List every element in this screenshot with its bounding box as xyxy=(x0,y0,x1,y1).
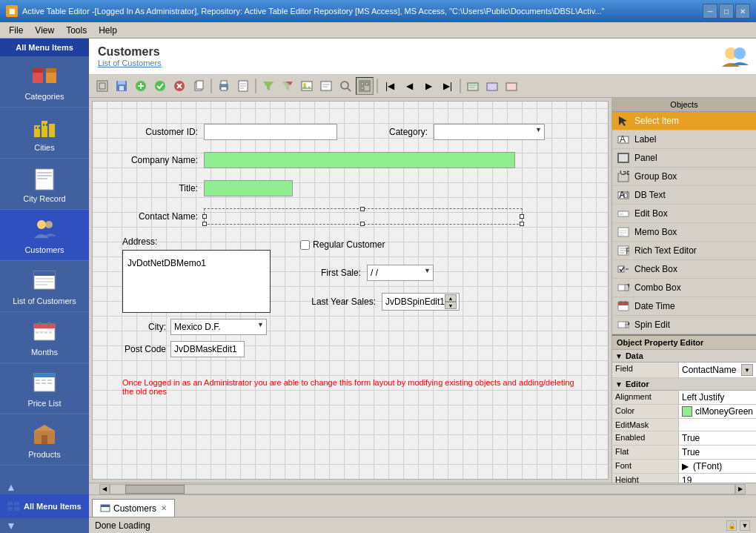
city-select[interactable]: Mexico D.F. xyxy=(170,319,267,335)
objects-item-rich-text-editor[interactable]: R Rich Text Editor xyxy=(612,242,756,260)
close-button[interactable]: ✕ xyxy=(735,4,750,19)
address-right: Regular Customer First Sale: / / xyxy=(300,236,460,363)
prop-value-flat[interactable]: True xyxy=(679,446,756,459)
sidebar-item-city-record[interactable]: City Record xyxy=(0,159,89,210)
toolbar-design-mode[interactable] xyxy=(356,77,374,95)
toolbar-export1[interactable] xyxy=(464,77,482,95)
sidebar-up-arrow[interactable]: ▲ xyxy=(0,480,89,494)
objects-item-panel[interactable]: Panel xyxy=(612,149,756,168)
svg-rect-63 xyxy=(221,87,227,90)
toolbar-print[interactable] xyxy=(215,77,233,95)
svg-rect-37 xyxy=(47,383,52,384)
objects-item-combo-box[interactable]: ▼ Combo Box xyxy=(612,279,756,297)
objects-item-group-box[interactable]: GB Group Box xyxy=(612,168,756,186)
prop-value-font[interactable]: ▶ (TFont) xyxy=(679,460,756,473)
toolbar-copy[interactable] xyxy=(190,77,208,95)
sidebar-item-months[interactable]: Months xyxy=(0,312,89,363)
tab-customers[interactable]: Customers ✕ xyxy=(92,499,175,517)
spin-down[interactable]: ▼ xyxy=(445,302,457,309)
svg-rect-114 xyxy=(618,302,629,305)
toolbar-sep-4 xyxy=(460,79,461,93)
all-menu-items-bottom[interactable]: All Menu Items xyxy=(0,494,89,518)
scroll-thumb[interactable] xyxy=(125,485,185,494)
toolbar-delete[interactable] xyxy=(170,77,188,95)
company-name-input[interactable] xyxy=(204,152,515,168)
spin-up[interactable]: ▲ xyxy=(445,294,457,302)
menu-tools[interactable]: Tools xyxy=(60,24,93,37)
toolbar-preview[interactable] xyxy=(234,77,252,95)
toolbar-save[interactable] xyxy=(113,77,130,95)
toolbar-filter2[interactable] xyxy=(279,77,296,95)
objects-item-memo-box[interactable]: Memo Box xyxy=(612,223,756,242)
title-input[interactable] xyxy=(204,180,293,196)
prop-value-alignment[interactable]: Left Justify xyxy=(679,391,756,404)
toolbar-last[interactable]: ▶| xyxy=(439,77,457,95)
objects-item-select-item[interactable]: Select Item xyxy=(612,112,756,130)
prop-value-editmask[interactable] xyxy=(679,419,756,431)
tab-bar: Customers ✕ xyxy=(89,494,756,517)
svg-rect-85 xyxy=(487,83,497,90)
last-year-sales-row: Last Year Sales: JvDBSpinEdit1 ▲ ▼ xyxy=(300,293,460,311)
objects-item-date-time[interactable]: Date Time xyxy=(612,297,756,316)
objects-item-db-text[interactable]: Adb DB Text xyxy=(612,186,756,205)
maximize-button[interactable]: □ xyxy=(719,4,734,19)
sidebar-item-cities[interactable]: Cities xyxy=(0,107,89,159)
toolbar-new-window[interactable] xyxy=(93,77,111,95)
menu-file[interactable]: File xyxy=(3,24,29,37)
prop-value-field[interactable]: ContactName ▼ xyxy=(679,362,756,377)
page-subtitle[interactable]: List of Customers xyxy=(98,59,162,67)
status-bar: Done Loading 🔒 ▼ xyxy=(89,517,756,533)
scroll-right-btn[interactable]: ▶ xyxy=(735,484,746,494)
customer-id-input[interactable] xyxy=(204,124,337,140)
contact-name-field[interactable] xyxy=(204,208,523,225)
category-select[interactable] xyxy=(434,124,545,140)
first-sale-select[interactable]: / / xyxy=(367,265,434,281)
toolbar-edit-mode[interactable] xyxy=(317,77,335,95)
toolbar-check[interactable] xyxy=(151,77,169,95)
toolbar-add[interactable] xyxy=(132,77,150,95)
toolbar-filter1[interactable] xyxy=(259,77,277,95)
sidebar-item-list-of-customers[interactable]: List of Customers xyxy=(0,261,89,312)
svg-point-55 xyxy=(155,81,165,91)
font-expand-icon: ▶ xyxy=(682,461,689,471)
last-year-sales-field[interactable]: JvDBSpinEdit1 ▲ ▼ xyxy=(382,293,460,311)
sidebar-item-customers[interactable]: Customers xyxy=(0,210,89,261)
months-icon xyxy=(31,318,58,345)
toolbar-next[interactable]: ▶ xyxy=(420,77,437,95)
scroll-left-btn[interactable]: ◀ xyxy=(99,484,110,494)
prop-section-editor-header[interactable]: ▼ Editor xyxy=(612,378,756,391)
svg-rect-2 xyxy=(33,68,43,73)
toolbar-export3[interactable] xyxy=(503,77,520,95)
horizontal-scrollbar[interactable]: ◀ ▶ xyxy=(89,483,756,494)
objects-item-label[interactable]: A Label xyxy=(612,130,756,149)
status-lock-btn[interactable]: 🔒 xyxy=(726,520,737,531)
sidebar-down-arrow[interactable]: ▼ xyxy=(0,518,89,533)
sidebar-item-price-list[interactable]: Price List xyxy=(0,363,89,414)
objects-item-check-box[interactable]: Check Box xyxy=(612,260,756,279)
prop-value-color[interactable]: clMoneyGreen xyxy=(679,405,756,418)
toolbar-first[interactable]: |◀ xyxy=(381,77,399,95)
objects-item-spin-edit[interactable]: ▲▼ Spin Edit xyxy=(612,316,756,334)
address-textarea[interactable]: JvDotNetDBMemo1 xyxy=(127,258,267,302)
toolbar-image[interactable] xyxy=(298,77,316,95)
toolbar-search[interactable] xyxy=(336,77,354,95)
regular-customer-checkbox[interactable] xyxy=(300,240,310,250)
minimize-button[interactable]: ─ xyxy=(703,4,717,19)
sidebar-item-categories[interactable]: Categories xyxy=(0,56,89,107)
status-arrow-btn[interactable]: ▼ xyxy=(740,520,750,531)
menu-help[interactable]: Help xyxy=(93,24,123,37)
prop-row-flat: Flat True xyxy=(612,446,756,460)
toolbar-prev[interactable]: ◀ xyxy=(400,77,418,95)
prop-field-dropdown[interactable]: ▼ xyxy=(741,364,753,376)
prop-value-enabled[interactable]: True xyxy=(679,431,756,445)
tab-close-btn[interactable]: ✕ xyxy=(161,504,167,512)
prop-value-height[interactable]: 19 xyxy=(679,474,756,483)
scroll-track[interactable] xyxy=(110,484,735,494)
spin-buttons[interactable]: ▲ ▼ xyxy=(445,294,457,309)
prop-section-data-header[interactable]: ▼ Data xyxy=(612,350,756,362)
sidebar-item-products[interactable]: Products xyxy=(0,414,89,466)
objects-item-edit-box[interactable]: Edit Box xyxy=(612,205,756,223)
toolbar-export2[interactable] xyxy=(483,77,501,95)
menu-view[interactable]: View xyxy=(29,24,60,37)
postcode-input[interactable] xyxy=(170,341,245,357)
